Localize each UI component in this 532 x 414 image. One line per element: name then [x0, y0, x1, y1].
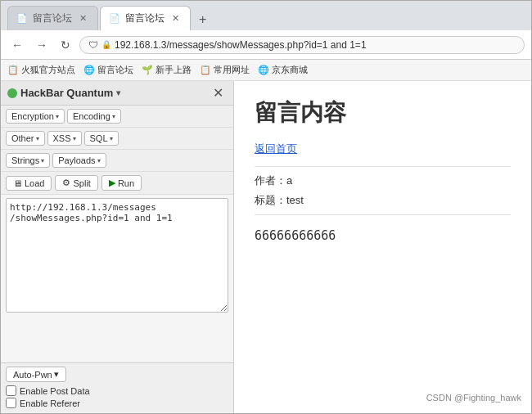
hackbar-toolbar-row3: Strings ▾ Payloads ▾	[1, 150, 233, 172]
hackbar-title-group: HackBar Quantum ▾	[7, 87, 120, 99]
other-label: Other	[11, 133, 34, 143]
encoding-label: Encoding	[73, 111, 110, 121]
refresh-button[interactable]: ↻	[56, 37, 74, 53]
encryption-label: Encryption	[11, 111, 54, 121]
sql-label: SQL	[90, 133, 108, 143]
run-icon: ▶	[109, 178, 115, 188]
xss-button[interactable]: XSS ▾	[47, 131, 82, 146]
subject-row: 标题：test	[255, 193, 511, 208]
hackbar-toolbar-row1: Encryption ▾ Encoding ▾	[1, 106, 233, 128]
strings-arrow-icon: ▾	[41, 157, 44, 164]
encryption-arrow-icon: ▾	[56, 113, 59, 120]
enable-referer-row: Enable Referer	[6, 398, 228, 408]
run-label: Run	[118, 178, 134, 188]
browser-window: 📄 留言论坛 ✕ 📄 留言论坛 ✕ + ← → ↻ 🛡 🔒 192.168.1.…	[0, 0, 532, 414]
autopwn-arrow-icon: ▾	[54, 369, 59, 380]
bookmark-2[interactable]: 🌐 留言论坛	[83, 64, 133, 76]
hackbar-panel: HackBar Quantum ▾ ✕ Encryption ▾ Encodin…	[1, 81, 234, 413]
hackbar-actions: 🖥 Load ⚙ Split ▶ Run	[1, 172, 233, 195]
tab-bar: 📄 留言论坛 ✕ 📄 留言论坛 ✕ +	[1, 1, 531, 30]
sql-arrow-icon: ▾	[110, 135, 113, 142]
tab-close-1[interactable]: ✕	[77, 12, 89, 25]
tab-label-1: 留言论坛	[33, 11, 72, 25]
split-icon: ⚙	[62, 178, 70, 188]
shield-icon: 🛡	[88, 39, 98, 51]
other-button[interactable]: Other ▾	[6, 131, 45, 146]
bookmark-3[interactable]: 🌱 新手上路	[142, 64, 192, 76]
tab-favicon: 📄	[16, 13, 28, 24]
xss-arrow-icon: ▾	[73, 135, 76, 142]
divider-1	[255, 166, 511, 167]
autopwn-label: Auto-Pwn	[13, 370, 52, 380]
url-text: 192.168.1.3/messages/showMessages.php?id…	[115, 39, 367, 51]
encoding-arrow-icon: ▾	[112, 113, 115, 120]
autopwn-button[interactable]: Auto-Pwn ▾	[6, 367, 66, 382]
hackbar-url-input[interactable]	[6, 198, 228, 313]
sql-button[interactable]: SQL ▾	[84, 131, 119, 146]
page-title: 留言内容	[255, 97, 511, 128]
bookmark-2-icon: 🌐	[83, 65, 95, 75]
strings-label: Strings	[11, 155, 39, 165]
bookmark-4[interactable]: 📋 常用网址	[200, 64, 250, 76]
bookmark-1-label: 火狐官方站点	[21, 64, 75, 76]
bookmark-5[interactable]: 🌐 京东商城	[258, 64, 308, 76]
enable-post-label: Enable Post Data	[20, 386, 90, 396]
encryption-button[interactable]: Encryption ▾	[6, 109, 65, 124]
enable-post-row: Enable Post Data	[6, 385, 228, 396]
watermark: CSDN @Fighting_hawk	[426, 391, 521, 403]
bookmark-1-icon: 📋	[7, 65, 19, 75]
watermark-text: CSDN @Fighting_hawk	[426, 393, 521, 403]
bookmark-3-label: 新手上路	[156, 64, 192, 76]
payloads-button[interactable]: Payloads ▾	[52, 153, 106, 168]
hackbar-status-dot	[7, 88, 17, 98]
bookmark-2-label: 留言论坛	[97, 64, 133, 76]
payloads-arrow-icon: ▾	[97, 157, 101, 164]
enable-referer-label: Enable Referer	[20, 398, 80, 408]
bookmark-4-icon: 📋	[200, 65, 211, 75]
bookmark-5-label: 京东商城	[272, 64, 308, 76]
hackbar-close-button[interactable]: ✕	[210, 85, 227, 101]
tab-favicon-active: 📄	[109, 13, 120, 24]
hackbar-toolbar-row2: Other ▾ XSS ▾ SQL ▾	[1, 128, 233, 150]
forward-button[interactable]: →	[32, 37, 52, 53]
right-content: 留言内容 返回首页 作者：a 标题：test 66666666666 CSDN …	[234, 81, 531, 413]
tab-active[interactable]: 📄 留言论坛 ✕	[100, 6, 191, 30]
other-arrow-icon: ▾	[36, 135, 39, 142]
add-tab-button[interactable]: +	[192, 9, 213, 30]
payloads-label: Payloads	[58, 155, 95, 165]
xss-label: XSS	[53, 133, 71, 143]
bookmark-4-label: 常用网址	[214, 64, 250, 76]
enable-post-checkbox[interactable]	[6, 385, 16, 396]
content-text: 66666666666	[255, 228, 511, 243]
enable-referer-checkbox[interactable]	[6, 398, 16, 408]
split-label: Split	[73, 178, 90, 188]
tab-inactive[interactable]: 📄 留言论坛 ✕	[7, 6, 98, 30]
run-button[interactable]: ▶ Run	[101, 175, 142, 191]
lock-icon: 🔒	[101, 40, 111, 49]
bookmark-5-icon: 🌐	[258, 65, 269, 75]
hackbar-url-area	[1, 195, 233, 362]
address-input-container[interactable]: 🛡 🔒 192.168.1.3/messages/showMessages.ph…	[79, 36, 525, 54]
browser-content: HackBar Quantum ▾ ✕ Encryption ▾ Encodin…	[1, 81, 531, 413]
hackbar-chevron-icon: ▾	[116, 88, 120, 97]
load-button[interactable]: 🖥 Load	[6, 176, 52, 191]
split-button[interactable]: ⚙ Split	[55, 175, 97, 191]
divider-2	[255, 214, 511, 215]
hackbar-header: HackBar Quantum ▾ ✕	[1, 81, 233, 106]
author-row: 作者：a	[255, 173, 511, 188]
load-label: Load	[25, 178, 44, 188]
tab-label-2: 留言论坛	[125, 11, 165, 25]
tab-close-2[interactable]: ✕	[169, 12, 182, 25]
address-bar: ← → ↻ 🛡 🔒 192.168.1.3/messages/showMessa…	[1, 30, 531, 60]
bookmarks-bar: 📋 火狐官方站点 🌐 留言论坛 🌱 新手上路 📋 常用网址 🌐 京东商城	[1, 60, 531, 81]
hackbar-bottom: Auto-Pwn ▾ Enable Post Data Enable Refer…	[1, 362, 233, 413]
strings-button[interactable]: Strings ▾	[6, 153, 50, 168]
encoding-button[interactable]: Encoding ▾	[67, 109, 121, 124]
hackbar-title-text: HackBar Quantum	[20, 87, 113, 99]
bookmark-1[interactable]: 📋 火狐官方站点	[7, 64, 75, 76]
bookmark-3-icon: 🌱	[142, 65, 153, 75]
back-link[interactable]: 返回首页	[255, 142, 511, 156]
back-button[interactable]: ←	[7, 37, 27, 53]
load-icon: 🖥	[13, 178, 22, 188]
